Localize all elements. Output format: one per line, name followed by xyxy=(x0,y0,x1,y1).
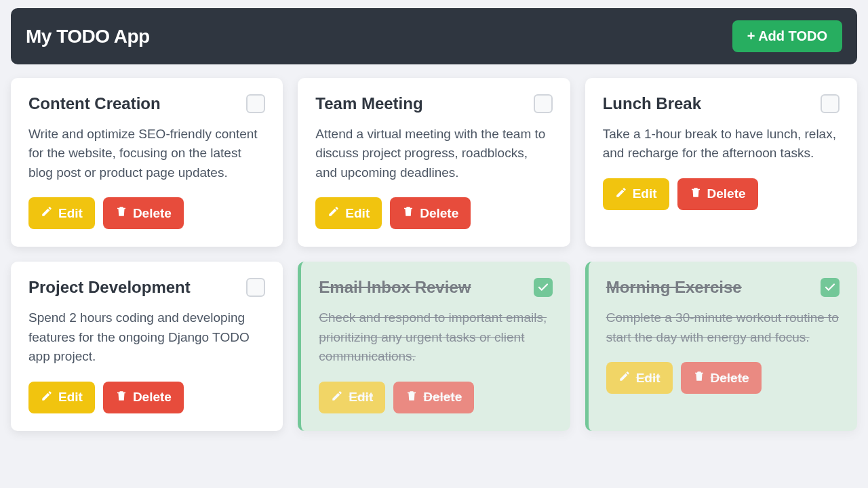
todo-title: Team Meeting xyxy=(315,94,422,114)
delete-label: Delete xyxy=(133,206,172,221)
card-header: Lunch Break xyxy=(603,94,840,114)
edit-button[interactable]: Edit xyxy=(603,178,669,210)
edit-button[interactable]: Edit xyxy=(28,197,95,229)
trash-icon xyxy=(693,370,705,386)
edit-icon xyxy=(618,370,631,386)
card-actions: Edit Delete xyxy=(606,362,840,394)
delete-button[interactable]: Delete xyxy=(390,197,471,229)
todo-description: Spend 2 hours coding and developing feat… xyxy=(28,308,265,367)
trash-icon xyxy=(690,186,702,202)
edit-icon xyxy=(41,205,53,221)
delete-label: Delete xyxy=(711,371,749,386)
delete-label: Delete xyxy=(423,390,462,405)
delete-button[interactable]: Delete xyxy=(677,178,758,210)
todo-title: Email Inbox Review xyxy=(319,278,471,298)
card-actions: Edit Delete xyxy=(319,382,552,413)
card-header: Email Inbox Review xyxy=(319,278,552,298)
todo-checkbox[interactable] xyxy=(246,278,265,297)
edit-icon xyxy=(615,186,627,202)
edit-button[interactable]: Edit xyxy=(315,197,382,229)
delete-button[interactable]: Delete xyxy=(103,382,184,413)
edit-button[interactable]: Edit xyxy=(28,382,95,413)
delete-button[interactable]: Delete xyxy=(681,362,762,394)
add-todo-button[interactable]: + Add TODO xyxy=(732,20,842,52)
todo-checkbox[interactable] xyxy=(534,94,553,113)
card-header: Project Development xyxy=(28,278,265,298)
edit-icon xyxy=(41,390,53,405)
todo-description: Complete a 30-minute workout routine to … xyxy=(606,308,840,347)
todo-card: Team Meeting Attend a virtual meeting wi… xyxy=(298,78,570,247)
todo-title: Morning Exercise xyxy=(606,278,742,298)
todo-card: Lunch Break Take a 1-hour break to have … xyxy=(585,78,857,247)
app-header: My TODO App + Add TODO xyxy=(11,8,857,64)
delete-button[interactable]: Delete xyxy=(103,197,184,229)
card-header: Team Meeting xyxy=(315,94,552,114)
todo-checkbox[interactable] xyxy=(534,278,553,297)
todo-checkbox[interactable] xyxy=(246,94,265,113)
card-actions: Edit Delete xyxy=(603,178,840,210)
trash-icon xyxy=(406,390,418,405)
delete-button[interactable]: Delete xyxy=(393,382,474,413)
todo-description: Write and optimize SEO-friendly content … xyxy=(28,125,265,183)
trash-icon xyxy=(402,205,414,221)
edit-label: Edit xyxy=(58,390,83,405)
todo-card: Email Inbox Review Check and respond to … xyxy=(298,262,570,430)
edit-label: Edit xyxy=(349,390,373,405)
todo-description: Take a 1-hour break to have lunch, relax… xyxy=(603,125,840,163)
todo-card: Morning Exercise Complete a 30-minute wo… xyxy=(585,262,857,430)
todo-card: Content Creation Write and optimize SEO-… xyxy=(11,78,283,247)
trash-icon xyxy=(115,390,127,405)
edit-label: Edit xyxy=(58,206,83,221)
edit-label: Edit xyxy=(636,371,660,386)
card-actions: Edit Delete xyxy=(315,197,552,229)
todo-card: Project Development Spend 2 hours coding… xyxy=(11,262,283,430)
edit-icon xyxy=(328,205,340,221)
edit-icon xyxy=(331,390,343,405)
trash-icon xyxy=(115,205,127,221)
app-title: My TODO App xyxy=(26,26,150,47)
todo-description: Attend a virtual meeting with the team t… xyxy=(315,125,552,183)
edit-label: Edit xyxy=(633,186,657,201)
delete-label: Delete xyxy=(133,390,172,405)
todo-title: Lunch Break xyxy=(603,94,701,114)
todo-checkbox[interactable] xyxy=(821,94,840,113)
todo-title: Project Development xyxy=(28,278,191,298)
card-header: Content Creation xyxy=(28,94,265,114)
todo-grid: Content Creation Write and optimize SEO-… xyxy=(11,78,857,431)
delete-label: Delete xyxy=(707,186,746,201)
edit-button[interactable]: Edit xyxy=(606,362,673,394)
card-header: Morning Exercise xyxy=(606,278,840,298)
card-actions: Edit Delete xyxy=(28,382,265,413)
todo-title: Content Creation xyxy=(28,94,161,114)
edit-label: Edit xyxy=(345,206,370,221)
edit-button[interactable]: Edit xyxy=(319,382,385,413)
todo-description: Check and respond to important emails, p… xyxy=(319,308,552,367)
card-actions: Edit Delete xyxy=(28,197,265,229)
todo-checkbox[interactable] xyxy=(821,278,840,297)
delete-label: Delete xyxy=(420,206,458,221)
